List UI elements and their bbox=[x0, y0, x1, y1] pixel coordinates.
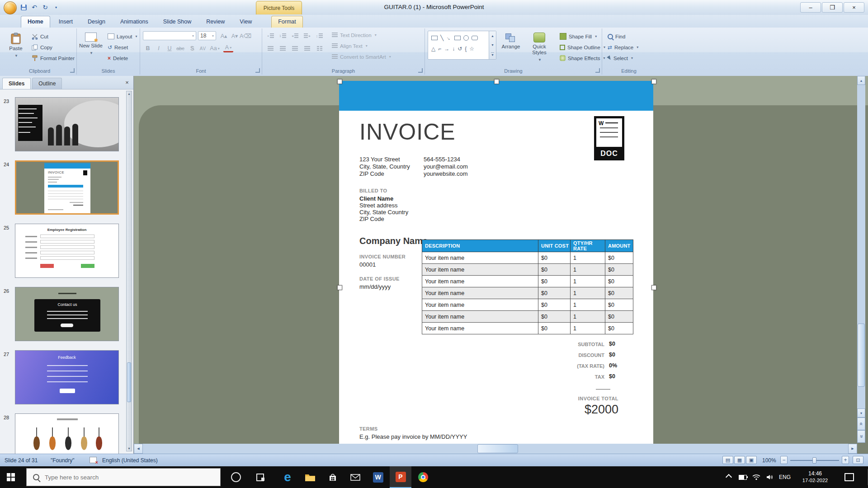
spellcheck-icon[interactable]: × bbox=[90, 457, 97, 463]
shape-elbow-icon[interactable]: ⌐ bbox=[438, 46, 441, 52]
scroll-left-button[interactable]: ◀ bbox=[134, 444, 143, 454]
tab-home[interactable]: Home bbox=[21, 16, 50, 28]
zoom-slider-thumb[interactable] bbox=[812, 457, 816, 464]
character-spacing-button[interactable]: AV bbox=[198, 44, 208, 53]
find-button[interactable]: Find bbox=[606, 32, 627, 41]
taskbar-search[interactable] bbox=[26, 468, 221, 486]
slide-thumbnail-23[interactable] bbox=[15, 97, 119, 151]
slides-panel-scroll-thumb[interactable] bbox=[127, 362, 131, 402]
shape-curve-icon[interactable]: ↺ bbox=[458, 46, 462, 52]
strikethrough-button[interactable]: abc bbox=[175, 44, 185, 53]
task-view-button[interactable] bbox=[250, 466, 271, 488]
shape-oval-icon[interactable] bbox=[463, 35, 469, 41]
network-button[interactable] bbox=[750, 466, 763, 488]
select-button[interactable]: Select▾ bbox=[606, 53, 635, 63]
tab-design[interactable]: Design bbox=[81, 16, 112, 28]
action-center-button[interactable] bbox=[840, 466, 858, 488]
shape-arrow-right-icon[interactable]: → bbox=[444, 46, 449, 52]
shape-fill-button[interactable]: Shape Fill▾ bbox=[558, 32, 599, 41]
shape-brace-icon[interactable]: { bbox=[465, 46, 467, 52]
word-button[interactable]: W bbox=[367, 466, 389, 488]
redo-button[interactable]: ↻ bbox=[41, 3, 50, 12]
numbering-button[interactable]: 1 bbox=[277, 31, 288, 41]
language-button[interactable]: ENG bbox=[777, 466, 793, 488]
selection-handle-top-left[interactable] bbox=[337, 79, 342, 84]
save-button[interactable] bbox=[19, 3, 28, 12]
chrome-button[interactable] bbox=[412, 466, 434, 488]
file-explorer-button[interactable] bbox=[299, 466, 321, 488]
font-color-button[interactable]: A▾ bbox=[223, 44, 233, 52]
paste-button[interactable]: Paste▼ bbox=[4, 29, 28, 59]
selection-handle-top-center[interactable] bbox=[494, 79, 499, 84]
powerpoint-button[interactable]: P bbox=[390, 466, 411, 488]
slides-panel-scrollbar[interactable]: ▲ ▼ bbox=[126, 91, 132, 451]
previous-slide-button[interactable]: « bbox=[857, 418, 865, 430]
scroll-right-button[interactable]: ▶ bbox=[848, 444, 857, 454]
scroll-up-button[interactable]: ▲ bbox=[857, 76, 865, 85]
slide-thumbnail-28[interactable] bbox=[15, 413, 119, 454]
italic-button[interactable]: I bbox=[154, 44, 164, 53]
slide-editing-area[interactable]: INVOICE W DOC 123 Your Street City, Stat… bbox=[134, 76, 868, 454]
shape-triangle-icon[interactable]: △ bbox=[431, 46, 435, 52]
slide-thumbnail-26[interactable]: Contact us bbox=[15, 287, 119, 341]
bullets-button[interactable]: • bbox=[265, 31, 276, 41]
selection-handle-mid-left[interactable] bbox=[337, 285, 342, 290]
reset-button[interactable]: ↺ Reset bbox=[106, 42, 130, 52]
change-case-button[interactable]: Aa▾ bbox=[210, 44, 220, 53]
new-slide-dropdown-icon[interactable]: ▼ bbox=[90, 50, 93, 56]
minimize-button[interactable]: – bbox=[800, 2, 821, 13]
replace-button[interactable]: ⇄Replace▾ bbox=[606, 42, 640, 52]
increase-indent-button[interactable]: ▸ bbox=[302, 31, 313, 41]
selection-handle-top-right[interactable] bbox=[651, 79, 656, 84]
volume-button[interactable] bbox=[763, 466, 777, 488]
bold-button[interactable]: B bbox=[143, 44, 153, 53]
scroll-down-button[interactable]: ▼ bbox=[857, 408, 865, 418]
shapes-gallery-scroll[interactable]: ▲▼▼ bbox=[489, 31, 496, 59]
mail-button[interactable] bbox=[344, 466, 366, 488]
slide-thumbnail-27[interactable]: Feedback bbox=[15, 350, 119, 404]
shape-outline-button[interactable]: Shape Outline▾ bbox=[558, 42, 607, 52]
horizontal-scrollbar[interactable]: ◀ ▶ bbox=[134, 444, 857, 454]
edge-button[interactable]: e bbox=[277, 466, 298, 488]
tab-format[interactable]: Format bbox=[271, 16, 303, 28]
new-slide-button[interactable]: ✱ New Slide▼ bbox=[78, 29, 104, 56]
store-button[interactable] bbox=[322, 466, 344, 488]
tab-insert[interactable]: Insert bbox=[52, 16, 79, 28]
shape-star-icon[interactable]: ☆ bbox=[469, 46, 474, 52]
tab-slides-thumbnails[interactable]: Slides bbox=[2, 78, 31, 89]
customize-qat-button[interactable]: ▾ bbox=[52, 3, 61, 12]
columns-button[interactable] bbox=[314, 44, 325, 53]
shape-rectangle-icon[interactable] bbox=[431, 36, 438, 40]
paste-dropdown-icon[interactable]: ▼ bbox=[14, 53, 18, 59]
tray-expand-button[interactable] bbox=[722, 466, 736, 488]
fit-to-window-button[interactable]: ⊡ bbox=[853, 456, 863, 464]
close-button[interactable]: × bbox=[844, 2, 864, 13]
clear-formatting-button[interactable]: A⌫ bbox=[241, 31, 250, 40]
shapes-gallery[interactable]: ╲ → △ ⌐ → ↓ ↺ { ☆ ▲▼▼ bbox=[428, 31, 496, 60]
delete-button[interactable]: × Delete bbox=[106, 53, 130, 63]
battery-button[interactable] bbox=[736, 466, 750, 488]
layout-button[interactable]: Layout▾ bbox=[106, 32, 139, 41]
horizontal-scroll-thumb[interactable] bbox=[477, 444, 518, 453]
shape-arrow-line-icon[interactable]: → bbox=[445, 34, 453, 42]
quick-styles-button[interactable]: Quick Styles▼ bbox=[525, 29, 553, 63]
justify-button[interactable] bbox=[302, 44, 313, 53]
shape-effects-button[interactable]: Shape Effects▾ bbox=[558, 53, 607, 63]
clock[interactable]: 14:46 17-02-2022 bbox=[794, 466, 836, 488]
convert-smartart-button[interactable]: Convert to SmartArt▾ bbox=[330, 52, 393, 61]
cut-button[interactable]: Cut bbox=[30, 32, 50, 41]
maximize-button[interactable]: ❒ bbox=[822, 2, 843, 13]
line-spacing-button[interactable]: ↕ bbox=[314, 31, 325, 41]
font-size-combo[interactable]: 18▾ bbox=[198, 31, 216, 40]
grow-font-button[interactable]: A▴ bbox=[219, 31, 229, 40]
align-left-button[interactable] bbox=[265, 44, 276, 53]
align-right-button[interactable] bbox=[289, 44, 301, 53]
copy-button[interactable]: Copy bbox=[30, 42, 54, 52]
close-panel-icon[interactable]: × bbox=[123, 79, 131, 86]
vertical-scroll-thumb[interactable] bbox=[858, 324, 865, 387]
underline-button[interactable]: U bbox=[165, 44, 175, 53]
tab-slide-show[interactable]: Slide Show bbox=[157, 16, 198, 28]
text-shadow-button[interactable]: S bbox=[187, 44, 197, 53]
shape-line-icon[interactable]: ╲ bbox=[440, 35, 443, 41]
tab-view[interactable]: View bbox=[233, 16, 258, 28]
